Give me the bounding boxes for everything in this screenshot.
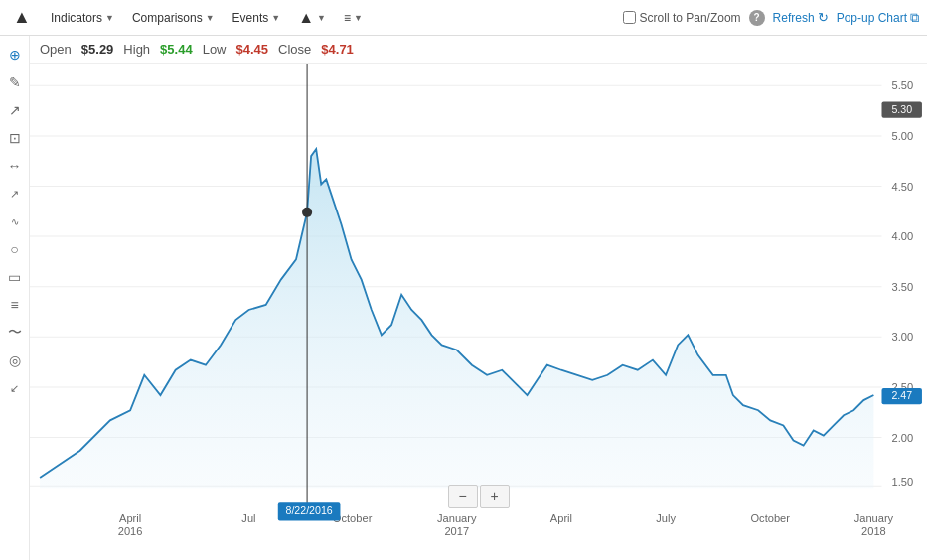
x-label-jul2017: July (656, 512, 676, 524)
y-label-350: 3.50 (892, 281, 914, 293)
text-icon[interactable]: ≡ (4, 294, 26, 316)
rect-icon[interactable]: ▭ (4, 266, 26, 288)
zoom-out-button[interactable]: − (448, 485, 478, 508)
high-label: High (123, 42, 150, 57)
toolbar-right: Scroll to Pan/Zoom ? Refresh ↻ Pop-up Ch… (623, 10, 919, 26)
more-button[interactable]: ≡ ▼ (337, 8, 370, 28)
x-label-jan2017: January (437, 512, 477, 524)
x-label-2018: 2018 (861, 525, 886, 537)
y-label-450: 4.50 (892, 181, 914, 193)
price-bar: Open $5.29 High $5.44 Low $4.45 Close $4… (30, 36, 927, 64)
events-button[interactable]: Events ▼ (226, 8, 288, 28)
chart-type-button[interactable]: ▲ ▼ (291, 6, 333, 30)
left-toolbar: ⊕ ✎ ↗ ⊡ ↔ ↗ ∿ ○ ▭ ≡ 〜 ◎ ↙ (0, 36, 30, 560)
close-label: Close (278, 42, 311, 57)
y-label-200: 2.00 (892, 432, 914, 444)
open-value: $5.29 (81, 42, 114, 57)
fibonacci-icon[interactable]: ∿ (4, 210, 26, 232)
scroll-pan-checkbox[interactable] (623, 11, 636, 24)
close-value: $4.71 (321, 42, 354, 57)
scroll-pan-label[interactable]: Scroll to Pan/Zoom (623, 11, 741, 25)
x-label-oct2017: October (750, 512, 790, 524)
low-label: Low (203, 42, 227, 57)
x-label-jul: Jul (241, 512, 255, 524)
target-icon[interactable]: ◎ (4, 350, 26, 371)
arrow-icon[interactable]: ↗ (4, 99, 26, 121)
chart-svg-container[interactable]: 5.50 5.00 4.50 4.00 3.50 3.00 2.50 2.00 … (30, 64, 927, 556)
date-badge-text: 8/22/2016 (286, 504, 333, 516)
crosshair-dot (302, 208, 312, 217)
indicators-button[interactable]: Indicators ▼ (44, 8, 121, 28)
x-label-jan2018: January (854, 512, 894, 524)
y-label-550: 5.50 (892, 79, 914, 91)
y-label-500: 5.00 (892, 130, 914, 142)
x-label-apr2016: April (119, 512, 141, 524)
zoom-in-button[interactable]: + (480, 485, 510, 508)
measure-icon[interactable]: ↔ (4, 155, 26, 177)
refresh-icon: ↻ (818, 10, 829, 25)
logo-icon: ▲ (8, 4, 36, 32)
popup-icon: ⧉ (910, 10, 919, 26)
trend-line-icon[interactable]: ↗ (4, 183, 26, 205)
refresh-button[interactable]: Refresh ↻ (773, 10, 829, 25)
toolbar: ▲ Indicators ▼ Comparisons ▼ Events ▼ ▲ … (0, 0, 927, 36)
price-badge-top-text: 5.30 (891, 103, 912, 115)
main-chart: Open $5.29 High $5.44 Low $4.45 Close $4… (30, 36, 927, 560)
y-label-150: 1.50 (892, 476, 914, 488)
comparisons-button[interactable]: Comparisons ▼ (125, 8, 222, 28)
high-value: $5.44 (160, 42, 193, 57)
x-label-apr2017: April (550, 512, 572, 524)
shapes-icon[interactable]: ⊡ (4, 127, 26, 149)
low-value: $4.45 (236, 42, 269, 57)
x-label-2017: 2017 (444, 525, 469, 537)
price-badge-bottom-text: 2.47 (891, 389, 912, 401)
move-icon[interactable]: ↙ (4, 377, 26, 399)
wave-icon[interactable]: 〜 (4, 322, 26, 344)
chart-area: ⊕ ✎ ↗ ⊡ ↔ ↗ ∿ ○ ▭ ≡ 〜 ◎ ↙ Open $5.29 Hig… (0, 36, 927, 560)
zoom-controls: − + (448, 485, 510, 508)
y-label-400: 4.00 (892, 230, 914, 242)
pencil-icon[interactable]: ✎ (4, 71, 26, 93)
crosshair-icon[interactable]: ⊕ (4, 44, 26, 66)
chart-svg[interactable]: 5.50 5.00 4.50 4.00 3.50 3.00 2.50 2.00 … (30, 64, 927, 556)
help-icon[interactable]: ? (749, 10, 765, 26)
x-label-2016: 2016 (118, 525, 143, 537)
circle-icon[interactable]: ○ (4, 238, 26, 260)
y-label-300: 3.00 (892, 331, 914, 343)
open-label: Open (40, 42, 72, 57)
popup-chart-button[interactable]: Pop-up Chart ⧉ (837, 10, 919, 26)
